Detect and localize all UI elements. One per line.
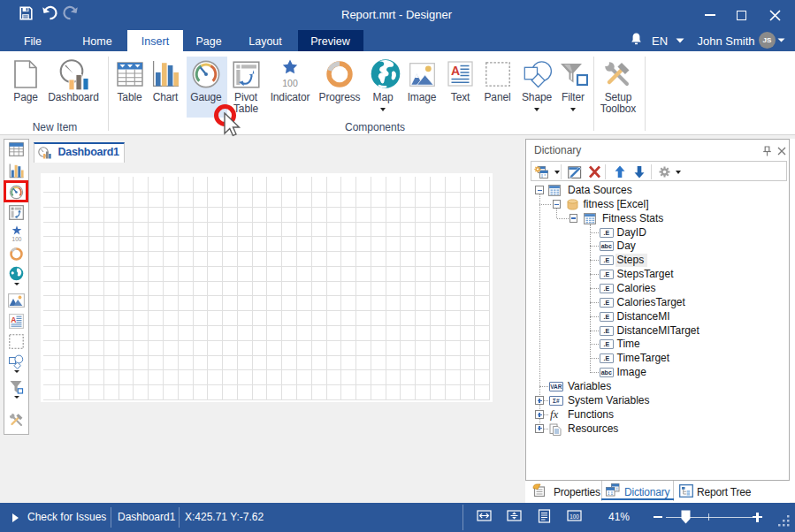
svg-text:100: 100: [12, 236, 22, 242]
svg-text:A: A: [451, 64, 460, 78]
svg-text:100: 100: [282, 78, 298, 88]
svg-text:100: 100: [569, 513, 579, 520]
svg-text:A: A: [11, 315, 16, 324]
